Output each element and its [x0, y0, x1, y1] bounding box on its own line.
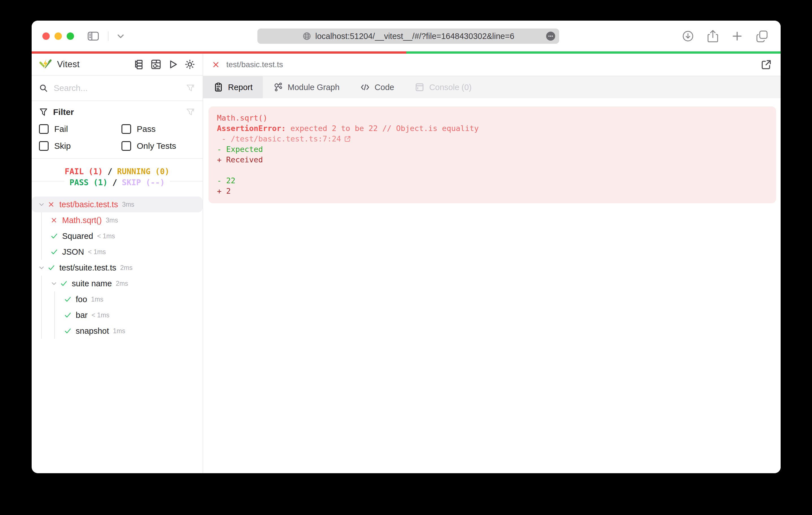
test-duration: 1ms [91, 296, 103, 303]
url-text: localhost:51204/__vitest__/#/?file=16484… [315, 32, 515, 41]
sidebar-header: Vitest [32, 54, 203, 76]
test-tree-row[interactable]: snapshot1ms [32, 323, 203, 339]
pass-check-icon [64, 295, 76, 303]
tab-code[interactable]: Code [350, 76, 404, 98]
new-tab-button[interactable] [731, 30, 743, 42]
test-tree-row[interactable]: bar< 1ms [32, 307, 203, 323]
search-icon [39, 84, 48, 93]
filter-checkbox-fail[interactable]: Fail [39, 124, 121, 134]
test-tree-row[interactable]: JSON< 1ms [32, 244, 203, 260]
test-duration: 3ms [122, 201, 134, 208]
fail-x-icon [50, 217, 62, 224]
test-tree-row[interactable]: Squared< 1ms [32, 228, 203, 244]
test-tree-row[interactable]: Math.sqrt()3ms [32, 212, 203, 228]
module-graph-icon [273, 82, 283, 92]
test-tree-row[interactable]: test/basic.test.ts3ms [32, 196, 203, 212]
close-file-icon[interactable] [212, 60, 220, 69]
tree-guide-line [41, 228, 42, 244]
chevron-down-icon[interactable] [38, 264, 48, 271]
expand-tree-icon[interactable] [134, 59, 144, 70]
report-line: - 22 [217, 175, 767, 186]
view-tabs: Report Module Graph Code Console (0) [203, 76, 781, 98]
filter-section: Filter Fail Pass Skip Only Tests [32, 101, 203, 159]
pass-check-icon [50, 232, 62, 240]
close-window-button[interactable] [42, 32, 50, 40]
clear-search-filter-icon[interactable] [185, 83, 195, 93]
address-bar[interactable]: localhost:51204/__vitest__/#/?file=16484… [257, 29, 559, 44]
theme-toggle-icon[interactable] [184, 59, 195, 70]
tab-report[interactable]: Report [203, 76, 263, 98]
test-name: bar [76, 310, 88, 320]
dashboard-icon[interactable] [151, 59, 161, 70]
open-file-name: test/basic.test.ts [226, 60, 283, 69]
test-tree-row[interactable]: test/suite.test.ts2ms [32, 260, 203, 276]
test-summary: FAIL (1) / RUNNING (0) PASS (1) / SKIP (… [32, 159, 203, 195]
checkbox[interactable] [121, 124, 131, 134]
chevron-down-icon[interactable] [50, 280, 60, 287]
test-duration: 2ms [116, 280, 128, 287]
tab-module-graph[interactable]: Module Graph [263, 76, 350, 98]
downloads-button[interactable] [682, 30, 694, 42]
minimize-window-button[interactable] [55, 32, 62, 40]
app-title: Vitest [57, 59, 80, 69]
test-name: test/basic.test.ts [59, 200, 118, 209]
report-line-text [217, 165, 222, 175]
tab-console[interactable]: Console (0) [404, 76, 482, 98]
chevron-down-icon[interactable] [117, 34, 124, 39]
test-duration: 3ms [106, 217, 118, 224]
report-line-text: Math.sqrt() [217, 113, 267, 123]
checkbox[interactable] [39, 124, 49, 134]
report-line-text[interactable]: - /test/basic.test.ts:7:24 [217, 133, 341, 144]
test-name: suite name [72, 279, 112, 288]
pass-check-icon [60, 279, 72, 287]
error-name: AssertionError: [217, 123, 286, 133]
running-count: RUNNING (0) [117, 167, 170, 176]
search-input[interactable] [53, 83, 185, 93]
checkbox[interactable] [39, 141, 49, 151]
filter-title: Filter [53, 107, 74, 117]
more-options-button[interactable] [546, 32, 555, 41]
filter-checkbox-skip[interactable]: Skip [39, 141, 121, 151]
test-name: snapshot [76, 326, 109, 336]
open-in-editor-icon[interactable] [344, 135, 351, 143]
globe-icon [302, 32, 311, 41]
test-tree: test/basic.test.ts3msMath.sqrt()3msSquar… [32, 195, 203, 473]
skip-count: SKIP (--) [122, 178, 165, 187]
test-tree-row[interactable]: foo1ms [32, 292, 203, 307]
divider [108, 31, 109, 41]
code-icon [360, 82, 370, 92]
summary-line-2: PASS (1) / SKIP (--) [64, 178, 170, 187]
report-line-text: - Expected [217, 144, 263, 154]
open-external-icon[interactable] [760, 59, 772, 70]
test-duration: < 1ms [88, 248, 106, 256]
report-line-text: + 2 [217, 186, 231, 196]
test-tree-row[interactable]: suite name2ms [32, 276, 203, 292]
run-all-icon[interactable] [168, 59, 178, 70]
report-line: + Received [217, 154, 767, 165]
fail-x-icon [48, 201, 59, 208]
filter-checkbox-only-tests[interactable]: Only Tests [121, 141, 195, 151]
pass-check-icon [50, 248, 62, 256]
filter-checkbox-pass[interactable]: Pass [121, 124, 195, 134]
checkbox[interactable] [121, 141, 131, 151]
tree-guide-line [41, 323, 42, 339]
zoom-window-button[interactable] [67, 32, 74, 40]
filter-options: Fail Pass Skip Only Tests [39, 124, 195, 151]
test-duration: < 1ms [97, 232, 115, 240]
tab-label: Module Graph [288, 83, 340, 92]
chevron-down-icon[interactable] [38, 201, 48, 208]
sidebar: Vitest [32, 54, 203, 473]
pass-check-icon [48, 264, 59, 272]
tree-guide-line [41, 276, 42, 292]
clear-filter-icon[interactable] [185, 107, 195, 117]
test-duration: 1ms [113, 327, 125, 335]
fail-count: FAIL (1) [65, 167, 103, 176]
report-line [217, 165, 767, 175]
test-name: Squared [62, 232, 93, 241]
test-duration: 2ms [120, 264, 132, 272]
share-button[interactable] [707, 30, 719, 42]
sidebar-toggle-icon[interactable] [88, 32, 99, 41]
assertion-error-panel: Math.sqrt()AssertionError: expected 2 to… [208, 107, 776, 203]
tab-label: Console (0) [429, 83, 471, 92]
tab-overview-button[interactable] [756, 30, 769, 42]
